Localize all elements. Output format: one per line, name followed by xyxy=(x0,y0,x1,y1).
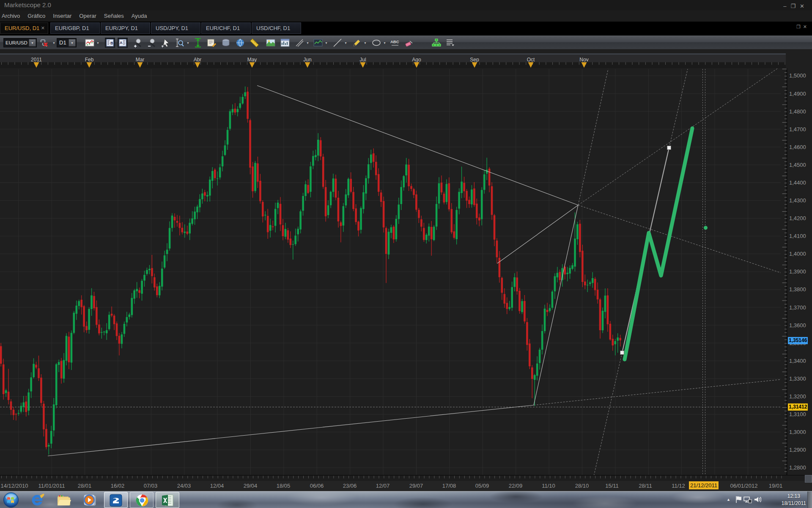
svg-text:A: A xyxy=(120,41,123,45)
svg-text:ABC: ABC xyxy=(390,39,399,44)
svg-text:B: B xyxy=(110,41,113,45)
